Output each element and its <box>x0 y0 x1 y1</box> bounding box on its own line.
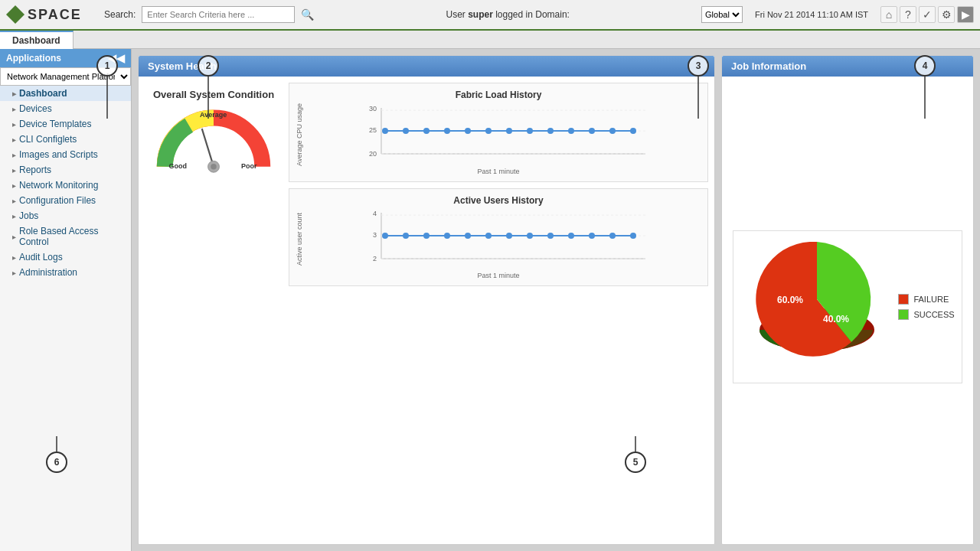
svg-point-38 <box>444 233 450 239</box>
images-nav-icon: ▸ <box>12 151 16 159</box>
svg-text:Good: Good <box>169 162 188 170</box>
dashboard-nav-icon: ▸ <box>12 90 16 98</box>
network-nav-icon: ▸ <box>12 181 16 190</box>
gauge-area: Overall System Condition Good Average P <box>145 83 283 286</box>
job-info-panel: Job Information <box>721 55 974 545</box>
active-users-title: Active Users History <box>296 195 701 206</box>
fabric-y-label: Average CPU usage <box>296 103 303 166</box>
settings-icon[interactable]: ⚙ <box>938 6 955 23</box>
audit-nav-icon: ▸ <box>12 253 16 262</box>
sidebar-item-network-monitoring[interactable]: ▸ Network Monitoring <box>0 178 131 193</box>
svg-point-41 <box>506 233 512 239</box>
failure-label: FAILURE <box>913 295 949 304</box>
svg-text:Poor: Poor <box>241 162 257 170</box>
svg-point-40 <box>485 233 492 239</box>
svg-point-36 <box>403 233 409 239</box>
active-users-svg: 2 3 4 <box>306 209 701 270</box>
svg-point-37 <box>423 233 430 239</box>
jobs-nav-icon: ▸ <box>12 212 16 220</box>
sidebar-item-dashboard[interactable]: ▸ Dashboard <box>0 86 131 101</box>
system-health-body: Overall System Condition Good Average P <box>139 77 714 292</box>
svg-point-23 <box>568 128 574 134</box>
fabric-load-svg: 20 25 30 <box>306 104 701 165</box>
search-input[interactable] <box>142 6 295 23</box>
datetime: Fri Nov 21 2014 11:10 AM IST <box>755 10 868 19</box>
legend-failure: FAILURE <box>898 294 954 305</box>
svg-point-22 <box>547 128 554 134</box>
sidebar-item-devices[interactable]: ▸ Devices <box>0 101 131 116</box>
sidebar-item-rbac[interactable]: ▸ Role Based Access Control <box>0 223 131 249</box>
svg-point-35 <box>382 233 388 239</box>
tab-bar: Dashboard <box>0 31 980 49</box>
reports-nav-icon: ▸ <box>12 166 16 174</box>
svg-point-21 <box>527 128 533 134</box>
main-layout: Applications ◀◀ Network Management Platf… <box>0 49 980 551</box>
svg-point-18 <box>465 128 471 134</box>
active-users-chart: Active Users History Active user count <box>289 188 708 286</box>
help-icon[interactable]: ? <box>900 6 916 23</box>
sidebar-item-configuration-files[interactable]: ▸ Configuration Files <box>0 193 131 208</box>
tab-dashboard[interactable]: Dashboard <box>0 31 74 49</box>
sidebar-scroll: ▸ Dashboard ▸ Devices ▸ Device Templates… <box>0 86 131 551</box>
svg-point-45 <box>589 233 595 239</box>
failure-color <box>898 294 909 305</box>
sidebar-item-jobs[interactable]: ▸ Jobs <box>0 208 131 223</box>
svg-point-19 <box>485 128 492 134</box>
svg-point-17 <box>444 128 450 134</box>
svg-point-20 <box>506 128 512 134</box>
users-y-label: Active user count <box>296 213 303 266</box>
check-icon[interactable]: ✓ <box>919 6 936 23</box>
svg-point-24 <box>589 128 595 134</box>
svg-point-46 <box>609 233 616 239</box>
header-icons: ⌂ ? ✓ ⚙ ▶ <box>880 6 974 23</box>
pie-legend: FAILURE SUCCESS <box>898 294 954 320</box>
svg-text:25: 25 <box>369 126 377 134</box>
svg-text:Average: Average <box>200 111 227 119</box>
logo-area: SPACE <box>6 5 98 24</box>
logo-text: SPACE <box>28 7 82 23</box>
domain-selector[interactable]: Global Local <box>701 6 743 23</box>
sidebar-item-audit-logs[interactable]: ▸ Audit Logs <box>0 249 131 265</box>
svg-point-47 <box>630 233 636 239</box>
charts-area: Fabric Load History Average CPU usage 2 <box>289 83 708 286</box>
svg-point-44 <box>568 233 574 239</box>
fabric-load-chart: Fabric Load History Average CPU usage 2 <box>289 83 708 182</box>
svg-point-15 <box>403 128 409 134</box>
home-icon[interactable]: ⌂ <box>880 6 897 23</box>
pie-chart-svg: 60.0% 40.0% <box>740 242 886 372</box>
device-templates-nav-icon: ▸ <box>12 120 16 129</box>
svg-text:3: 3 <box>373 231 377 239</box>
svg-point-26 <box>630 128 636 134</box>
svg-point-14 <box>382 128 388 134</box>
sidebar: Applications ◀◀ Network Management Platf… <box>0 49 132 551</box>
logo-icon <box>6 5 24 24</box>
job-info-header: Job Information <box>722 56 973 77</box>
pie-chart-container: 60.0% 40.0% FAILURE SUCCESS <box>733 230 962 383</box>
header: SPACE Search: 🔍 User super logged in Dom… <box>0 0 980 31</box>
success-color <box>898 309 909 320</box>
svg-point-5 <box>211 164 217 170</box>
sidebar-item-images-scripts[interactable]: ▸ Images and Scripts <box>0 147 131 162</box>
svg-text:60.0%: 60.0% <box>777 295 803 305</box>
rbac-nav-icon: ▸ <box>12 233 16 241</box>
sidebar-header: Applications ◀◀ <box>0 49 131 67</box>
svg-text:4: 4 <box>373 210 377 217</box>
svg-point-16 <box>423 128 430 134</box>
app-selector[interactable]: Network Management Platform <box>0 67 131 86</box>
sidebar-item-cli-configlets[interactable]: ▸ CLI Configlets <box>0 132 131 147</box>
gauge-chart: Good Average Poor <box>152 106 275 175</box>
content-area: System Health Overall System Condition <box>132 49 980 551</box>
svg-point-39 <box>465 233 471 239</box>
search-button[interactable]: 🔍 <box>301 8 314 21</box>
sidebar-item-reports[interactable]: ▸ Reports <box>0 162 131 178</box>
fabric-load-title: Fabric Load History <box>296 90 701 100</box>
job-info-body: 60.0% 40.0% FAILURE SUCCESS <box>722 77 973 537</box>
logout-icon[interactable]: ▶ <box>957 6 974 23</box>
gauge-title: Overall System Condition <box>153 89 274 100</box>
svg-text:40.0%: 40.0% <box>823 314 849 324</box>
sidebar-item-administration[interactable]: ▸ Administration <box>0 265 131 280</box>
devices-nav-icon: ▸ <box>12 105 16 113</box>
sidebar-collapse-icon[interactable]: ◀◀ <box>108 52 125 64</box>
sidebar-item-device-templates[interactable]: ▸ Device Templates <box>0 116 131 132</box>
svg-text:20: 20 <box>369 150 377 158</box>
